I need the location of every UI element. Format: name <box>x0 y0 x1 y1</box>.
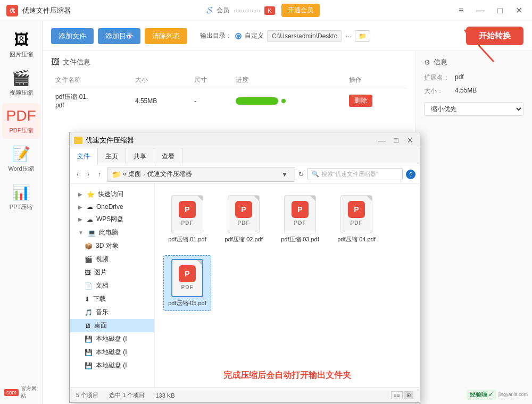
tree-label-music: 音乐 <box>96 308 109 317</box>
refresh-button[interactable]: ↻ <box>298 171 304 178</box>
sidebar-item-image[interactable]: 🖼 图片压缩 <box>2 27 40 63</box>
explorer-maximize-button[interactable]: □ <box>392 136 401 145</box>
explorer-close-button[interactable]: ✕ <box>405 136 415 145</box>
file-item-4[interactable]: P PDF pdf压缩-04.pdf <box>332 192 380 247</box>
upgrade-button[interactable]: 开通会员 <box>281 4 320 17</box>
breadcrumb-desktop: « 桌面 <box>123 170 141 179</box>
ribbon-tab-view[interactable]: 查看 <box>154 148 182 165</box>
ribbon-tab-home[interactable]: 主页 <box>98 148 126 165</box>
tree-item-downloads[interactable]: ⬇ 下载 <box>70 292 154 306</box>
explorer-minimize-button[interactable]: — <box>376 136 388 145</box>
tree-item-quick-access[interactable]: ▶ ⭐ 快速访问 <box>70 188 154 201</box>
up-button[interactable]: ↑ <box>95 169 104 180</box>
tree-icon-onedrive: ☁ <box>87 203 93 211</box>
radio-label: 自定义 <box>245 31 264 40</box>
pdf-fold-2 <box>254 196 259 201</box>
close-button[interactable]: ✕ <box>512 4 526 16</box>
pdf-fold-5 <box>197 260 202 265</box>
radio-custom[interactable] <box>235 33 242 39</box>
tree-item-disk3[interactable]: 💾 本地磁盘 (I <box>70 359 154 372</box>
pdf-icon: PDF <box>6 107 36 124</box>
explorer-sidebar: ▶ ⭐ 快速访问 ▶ ☁ OneDrive ▶ ☁ WPS网盘 ▼ 💻 <box>70 183 155 388</box>
video-icon: 🎬 <box>12 69 30 87</box>
pdf-icon-bg-4: P PDF <box>340 195 372 233</box>
tree-icon-wps: ☁ <box>87 216 93 223</box>
addr-dropdown-button[interactable]: ▼ <box>279 169 290 180</box>
col-action: 操作 <box>345 72 406 88</box>
minimize-button[interactable]: — <box>473 5 488 16</box>
pdf-icon-bg-2: P PDF <box>228 195 260 233</box>
explorer-body: ▶ ⭐ 快速访问 ▶ ☁ OneDrive ▶ ☁ WPS网盘 ▼ 💻 <box>70 183 420 388</box>
sidebar-item-pdf[interactable]: PDF PDF压缩 <box>2 103 40 139</box>
sidebar-item-video[interactable]: 🎬 视频压缩 <box>2 65 40 101</box>
file-item-3[interactable]: P PDF pdf压缩-03.pdf <box>276 192 324 247</box>
tree-item-disk2[interactable]: 💾 本地磁盘 (I <box>70 346 154 359</box>
tree-icon-music: 🎵 <box>85 309 93 316</box>
tree-label-desktop: 桌面 <box>94 321 107 330</box>
search-bar[interactable]: 🔍 搜索"优速文件压缩器" <box>307 168 403 180</box>
back-button[interactable]: ‹ <box>74 169 81 180</box>
maximize-button[interactable]: □ <box>494 5 506 16</box>
sidebar-label-pdf: PDF压缩 <box>10 127 33 134</box>
file-name-4: pdf压缩-04.pdf <box>337 235 376 243</box>
output-more-btn[interactable]: ··· <box>345 32 352 40</box>
explorer-file-grid-area: P PDF pdf压缩-01.pdf P <box>155 183 420 364</box>
sidebar-label-image: 图片压缩 <box>10 50 33 58</box>
list-view-button[interactable]: ≡≡ <box>391 391 403 399</box>
quality-select[interactable]: 缩小优先 质量优先 均衡 <box>424 102 523 116</box>
pdf-logo-5: P <box>179 265 196 282</box>
sidebar-bottom: com 官方网站 <box>0 381 42 404</box>
tree-item-disk1[interactable]: 💾 本地磁盘 (I <box>70 332 154 346</box>
file-item-2[interactable]: P PDF pdf压缩-02.pdf <box>220 192 268 247</box>
delete-button[interactable]: 删除 <box>349 95 372 107</box>
tree-item-3d[interactable]: 📦 3D 对象 <box>70 239 154 252</box>
tree-icon-video: 🎬 <box>85 256 93 263</box>
tree-item-onedrive[interactable]: ▶ ☁ OneDrive <box>70 201 154 213</box>
info-size-label: 大小： <box>424 87 451 96</box>
tree-icon-desktop: 🖥 <box>85 322 91 330</box>
ribbon-tab-file[interactable]: 文件 <box>70 148 98 165</box>
address-bar-field[interactable]: 📁 « 桌面 › 优速文件压缩器 ▼ <box>107 167 295 182</box>
tree-icon-3d: 📦 <box>85 242 93 250</box>
col-progress: 进度 <box>231 72 345 88</box>
ribbon-tab-share[interactable]: 共享 <box>126 148 154 165</box>
file-item-1[interactable]: P PDF pdf压缩-01.pdf <box>163 192 211 247</box>
tree-icon-downloads: ⬇ <box>85 296 90 303</box>
sidebar-item-word[interactable]: 📝 Word压缩 <box>2 141 40 177</box>
sidebar-item-ppt[interactable]: 📊 PPT压缩 <box>2 179 40 215</box>
tree-item-pc[interactable]: ▼ 💻 此电脑 <box>70 226 154 239</box>
tree-item-video[interactable]: 🎬 视频 <box>70 252 154 266</box>
grid-view-button[interactable]: ⊞ <box>404 391 413 399</box>
help-button[interactable]: ? <box>406 170 415 179</box>
add-file-button[interactable]: 添加文件 <box>51 28 94 44</box>
official-site[interactable]: com 官方网站 <box>4 385 38 400</box>
table-row: pdf压缩-01.pdf 4.55MB - <box>51 88 406 114</box>
quality-select-area: 缩小优先 质量优先 均衡 <box>424 102 523 116</box>
pdf-text-5: PDF <box>181 284 194 290</box>
forward-button[interactable]: › <box>85 169 92 180</box>
file-info-icon: 🖼 <box>51 57 60 67</box>
file-item-5[interactable]: P PDF pdf压缩-05.pdf <box>163 255 211 311</box>
tree-icon-disk2: 💾 <box>85 349 93 356</box>
tree-item-wps[interactable]: ▶ ☁ WPS网盘 <box>70 213 154 226</box>
svg-line-1 <box>464 30 494 62</box>
tree-item-desktop[interactable]: 🖥 桌面 <box>70 319 154 332</box>
pdf-fold-1 <box>197 196 203 201</box>
search-placeholder: 搜索"优速文件压缩器" <box>321 170 378 178</box>
tree-label-downloads: 下载 <box>93 294 106 304</box>
clear-button[interactable]: 清除列表 <box>145 28 187 44</box>
tree-item-music[interactable]: 🎵 音乐 <box>70 306 154 319</box>
hamburger-button[interactable]: ≡ <box>455 5 467 16</box>
tree-label-onedrive: OneDrive <box>96 203 123 211</box>
word-icon: 📝 <box>12 145 30 163</box>
add-dir-button[interactable]: 添加目录 <box>98 28 140 44</box>
explorer-message: 完成压缩后会自动打开输出文件夹 <box>155 364 420 388</box>
tree-item-docs[interactable]: 📄 文档 <box>70 279 154 292</box>
sidebar-label-video: 视频压缩 <box>10 89 33 97</box>
pdf-fold-4 <box>367 196 372 201</box>
browse-button[interactable]: 📁 <box>355 30 370 42</box>
tree-label-3d: 3D 对象 <box>96 241 119 250</box>
official-site-label: 官方网站 <box>21 385 38 400</box>
tree-item-pictures[interactable]: 🖼 图片 <box>70 266 154 279</box>
pdf-text-2: PDF <box>238 220 250 226</box>
